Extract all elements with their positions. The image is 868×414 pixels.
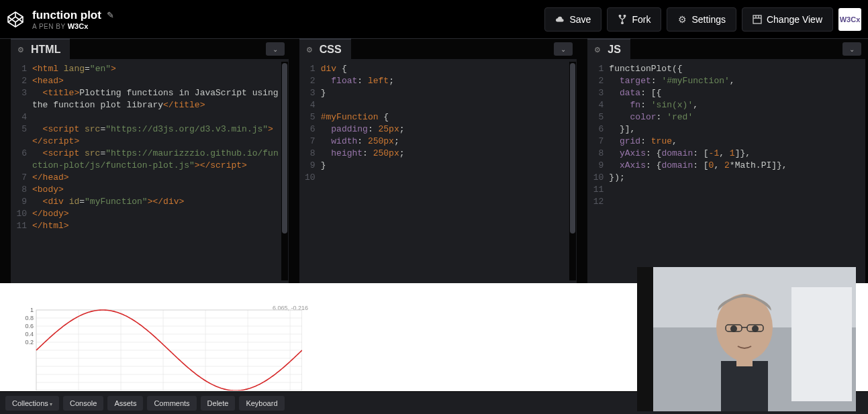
- js-editor[interactable]: 1functionPlot({ 2 target: '#myFunction',…: [587, 59, 865, 283]
- editors-row: ⚙ HTML ⌄ 1<html lang="en"> 2<head> 3 <ti…: [0, 39, 868, 283]
- settings-label: Settings: [691, 14, 726, 25]
- author-link[interactable]: W3Cx: [68, 22, 89, 30]
- comments-button[interactable]: Comments: [147, 396, 196, 411]
- layout-icon: [753, 15, 762, 24]
- assets-button[interactable]: Assets: [107, 396, 143, 411]
- html-editor[interactable]: 1<html lang="en"> 2<head> 3 <title>Plott…: [11, 59, 289, 283]
- chevron-down-icon[interactable]: ⌄: [842, 42, 861, 56]
- pencil-icon[interactable]: ✎: [107, 10, 114, 20]
- header-actions: Save Fork ⚙ Settings Change View W3Cx: [544, 7, 861, 32]
- gear-icon[interactable]: ⚙: [17, 46, 24, 54]
- svg-point-2: [622, 21, 624, 23]
- chevron-down-icon[interactable]: ⌄: [554, 42, 573, 56]
- gear-icon[interactable]: ⚙: [594, 46, 601, 54]
- gear-icon[interactable]: ⚙: [306, 46, 313, 54]
- subtitle-prefix: A PEN BY: [32, 23, 65, 30]
- html-pane-header: ⚙ HTML ⌄: [11, 39, 289, 59]
- keyboard-button[interactable]: Keyboard: [239, 396, 284, 411]
- codepen-logo-icon[interactable]: [7, 11, 24, 28]
- sine-chart: 10.80.60.40.2: [20, 303, 302, 393]
- title-block: function plot ✎ A PEN BY W3Cx: [32, 9, 114, 30]
- chevron-down-icon[interactable]: ⌄: [266, 42, 285, 56]
- change-view-label: Change View: [767, 14, 822, 25]
- app-header: function plot ✎ A PEN BY W3Cx Save Fork …: [0, 0, 868, 39]
- webcam-overlay: [637, 267, 856, 411]
- collections-button[interactable]: Collections: [5, 396, 59, 411]
- css-editor[interactable]: 1div { 2 float: left; 3} 4 5#myFunction …: [299, 59, 577, 283]
- js-pane: ⚙ JS ⌄ 1functionPlot({ 2 target: '#myFun…: [587, 39, 865, 283]
- fork-label: Fork: [632, 14, 650, 25]
- svg-text:0.2: 0.2: [25, 339, 34, 346]
- cloud-icon: [555, 15, 565, 24]
- pen-subtitle: A PEN BY W3Cx: [32, 22, 114, 30]
- css-pane-header: ⚙ CSS ⌄: [299, 39, 577, 59]
- html-pane-title: HTML: [31, 44, 60, 56]
- delete-button[interactable]: Delete: [201, 396, 236, 411]
- html-pane: ⚙ HTML ⌄ 1<html lang="en"> 2<head> 3 <ti…: [11, 39, 289, 283]
- save-button[interactable]: Save: [544, 7, 601, 32]
- settings-button[interactable]: ⚙ Settings: [667, 7, 736, 32]
- pen-title: function plot: [32, 9, 101, 22]
- svg-text:0.4: 0.4: [25, 331, 34, 338]
- svg-rect-3: [753, 15, 761, 23]
- fork-button[interactable]: Fork: [607, 7, 661, 32]
- console-button[interactable]: Console: [63, 396, 103, 411]
- css-pane: ⚙ CSS ⌄ 1div { 2 float: left; 3} 4 5#myF…: [299, 39, 577, 283]
- gear-icon: ⚙: [677, 15, 687, 24]
- svg-text:1: 1: [30, 307, 34, 313]
- svg-rect-36: [736, 353, 753, 366]
- js-pane-header: ⚙ JS ⌄: [587, 39, 865, 59]
- svg-rect-35: [721, 361, 768, 411]
- svg-point-1: [624, 15, 626, 17]
- scrollbar[interactable]: [281, 62, 288, 280]
- svg-point-0: [620, 15, 622, 17]
- svg-text:0.8: 0.8: [25, 315, 34, 321]
- svg-text:0.6: 0.6: [25, 323, 34, 329]
- avatar[interactable]: W3Cx: [838, 8, 861, 31]
- header-left: function plot ✎ A PEN BY W3Cx: [7, 9, 114, 30]
- change-view-button[interactable]: Change View: [742, 7, 833, 32]
- scrollbar[interactable]: [569, 62, 576, 280]
- svg-rect-33: [791, 287, 852, 401]
- fork-icon: [618, 15, 627, 24]
- save-label: Save: [569, 14, 591, 25]
- js-pane-title: JS: [608, 44, 621, 56]
- css-pane-title: CSS: [320, 44, 342, 56]
